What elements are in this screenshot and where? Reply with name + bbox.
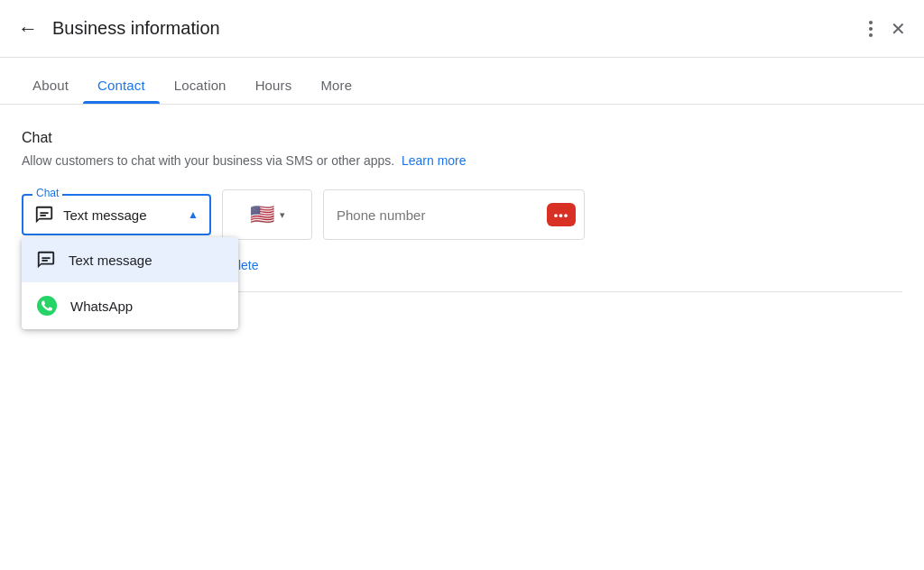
chat-section-title: Chat bbox=[22, 130, 902, 146]
page-title: Business information bbox=[52, 18, 865, 39]
svg-rect-0 bbox=[40, 212, 48, 214]
tab-location[interactable]: Location bbox=[160, 65, 241, 104]
whatsapp-icon bbox=[36, 295, 58, 317]
tab-hours[interactable]: Hours bbox=[241, 65, 307, 104]
phone-number-input[interactable] bbox=[323, 189, 585, 240]
tab-about[interactable]: About bbox=[18, 65, 83, 104]
chat-select-arrow-icon: ▲ bbox=[188, 208, 199, 221]
svg-rect-1 bbox=[40, 215, 45, 216]
flag-emoji: 🇺🇸 bbox=[250, 203, 274, 226]
chat-select-value: Text message bbox=[63, 207, 179, 223]
country-code-select[interactable]: 🇺🇸 ▾ bbox=[222, 189, 312, 240]
dropdown-text-message-label: Text message bbox=[69, 253, 152, 268]
svg-rect-2 bbox=[42, 257, 50, 259]
dropdown-whatsapp-label: WhatsApp bbox=[70, 299, 133, 314]
learn-more-link[interactable]: Learn more bbox=[402, 153, 467, 168]
chat-type-dropdown: Text message WhatsApp bbox=[22, 237, 238, 329]
header: ← Business information ✕ bbox=[0, 0, 924, 58]
back-button[interactable]: ← bbox=[18, 19, 38, 39]
text-message-icon bbox=[34, 205, 54, 225]
chat-type-select-wrapper: Chat Text message ▲ bbox=[22, 194, 211, 235]
chat-description: Allow customers to chat with your busine… bbox=[22, 153, 902, 168]
dropdown-item-whatsapp[interactable]: WhatsApp bbox=[22, 282, 238, 329]
close-button[interactable]: ✕ bbox=[891, 18, 906, 40]
phone-input-wrapper: ••• bbox=[323, 189, 585, 240]
chat-type-select[interactable]: Chat Text message ▲ bbox=[22, 194, 211, 235]
header-actions: ✕ bbox=[865, 17, 906, 41]
tabs-bar: About Contact Location Hours More bbox=[0, 58, 924, 105]
dropdown-text-message-icon bbox=[36, 250, 56, 270]
svg-rect-3 bbox=[42, 260, 47, 262]
phone-error-icon: ••• bbox=[554, 208, 569, 222]
tab-more[interactable]: More bbox=[306, 65, 366, 104]
tab-contact[interactable]: Contact bbox=[83, 65, 160, 104]
chat-select-label: Chat bbox=[32, 187, 62, 199]
chat-row: Chat Text message ▲ bbox=[22, 189, 902, 240]
dropdown-item-text-message[interactable]: Text message bbox=[22, 237, 238, 282]
country-select-arrow-icon: ▾ bbox=[280, 209, 285, 221]
content-area: Chat Allow customers to chat with your b… bbox=[0, 105, 924, 326]
phone-error-button[interactable]: ••• bbox=[547, 203, 576, 226]
svg-point-4 bbox=[37, 296, 57, 316]
more-options-button[interactable] bbox=[865, 17, 876, 41]
